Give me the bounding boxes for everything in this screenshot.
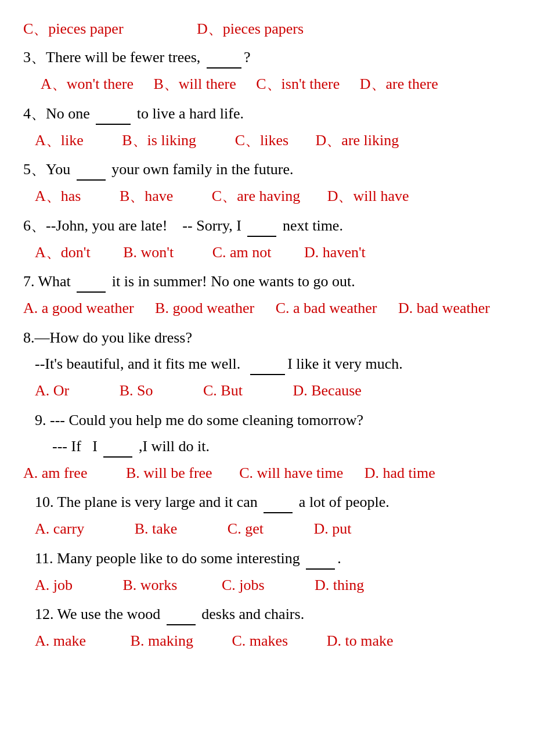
q12-option-b: B. making — [131, 632, 193, 649]
question-7-options: A. a good weather B. good weather C. a b… — [23, 296, 511, 321]
q9-option-d: D. had time — [365, 465, 435, 481]
q12-option-d: D. to make — [327, 632, 394, 649]
question-11-text: 11. Many people like to do some interest… — [23, 547, 511, 570]
question-12-block: 12. We use the wood desks and chairs. A.… — [23, 603, 511, 653]
q6-option-c: C. am not — [212, 244, 272, 261]
q6-option-d: D. haven't — [304, 244, 366, 261]
question-3-block: 3、There will be fewer trees, ? A、won't t… — [23, 46, 511, 96]
q3-option-b: B、will there — [153, 75, 236, 92]
q10-option-b: B. take — [135, 520, 178, 537]
question-12-options: A. make B. making C. makes D. to make — [23, 629, 511, 653]
q4-option-b: B、is liking — [122, 132, 196, 149]
q4-option-d: D、are liking — [316, 132, 399, 149]
option-d: D、pieces papers — [197, 20, 304, 37]
q5-option-a: A、has — [35, 188, 81, 204]
q8-option-c: C. But — [203, 382, 243, 399]
question-9-text2: --- If I ,I will do it. — [23, 435, 511, 458]
question-worksheet: C、pieces paper D、pieces papers 3、There w… — [23, 17, 511, 653]
question-9-options: A. am free B. will be free C. will have … — [23, 461, 511, 485]
q7-option-d: D. bad weather — [398, 300, 490, 316]
question-4-text: 4、No one to live a hard life. — [23, 102, 511, 125]
q7-option-a: A. a good weather — [23, 300, 134, 316]
q11-option-b: B. works — [123, 577, 178, 593]
q3-option-a: A、won't there — [41, 75, 134, 92]
question-5-block: 5、You your own family in the future. A、h… — [23, 158, 511, 208]
question-9-block: 9. --- Could you help me do some cleanin… — [23, 409, 511, 485]
q4-option-a: A、like — [35, 132, 84, 149]
question-3-text: 3、There will be fewer trees, ? — [23, 46, 511, 69]
q10-option-a: A. carry — [35, 520, 84, 537]
question-6-text: 6、--John, you are late! -- Sorry, I next… — [23, 214, 511, 237]
q7-option-c: C. a bad weather — [276, 300, 377, 316]
q12-option-a: A. make — [35, 632, 86, 649]
question-11-options: A. job B. works C. jobs D. thing — [23, 573, 511, 597]
question-4-block: 4、No one to live a hard life. A、like B、i… — [23, 102, 511, 153]
question-7-block: 7. What it is in summer! No one wants to… — [23, 270, 511, 321]
q8-option-a: A. Or — [35, 382, 69, 399]
question-8-options: A. Or B. So C. But D. Because — [23, 379, 511, 403]
q10-option-c: C. get — [228, 520, 264, 537]
question-8-block: 8.—How do you like dress? --It's beautif… — [23, 326, 511, 403]
question-9-text1: 9. --- Could you help me do some cleanin… — [23, 409, 511, 431]
top-options-line: C、pieces paper D、pieces papers — [23, 17, 511, 40]
question-7-text: 7. What it is in summer! No one wants to… — [23, 270, 511, 293]
q11-option-d: D. thing — [315, 577, 364, 593]
q3-option-d: D、are there — [360, 75, 438, 92]
question-11-block: 11. Many people like to do some interest… — [23, 547, 511, 597]
q12-option-c: C. makes — [232, 632, 288, 649]
q11-option-c: C. jobs — [222, 577, 265, 593]
q9-option-c: C. will have time — [239, 465, 343, 481]
q5-option-c: C、are having — [212, 188, 300, 204]
question-10-options: A. carry B. take C. get D. put — [23, 517, 511, 541]
question-4-options: A、like B、is liking C、likes D、are liking — [23, 128, 511, 153]
q5-option-d: D、will have — [327, 188, 409, 204]
top-options-block: C、pieces paper D、pieces papers — [23, 17, 511, 40]
question-10-text: 10. The plane is very large and it can a… — [23, 491, 511, 513]
q9-option-b: B. will be free — [126, 465, 212, 481]
q6-option-a: A、don't — [35, 244, 91, 261]
q6-option-b: B. won't — [123, 244, 174, 261]
question-8-text1: 8.—How do you like dress? — [23, 326, 511, 349]
q8-option-b: B. So — [120, 382, 153, 399]
option-c: C、pieces paper — [23, 20, 124, 37]
question-5-text: 5、You your own family in the future. — [23, 158, 511, 181]
question-10-block: 10. The plane is very large and it can a… — [23, 491, 511, 541]
q7-option-b: B. good weather — [155, 300, 254, 316]
question-6-options: A、don't B. won't C. am not D. haven't — [23, 240, 511, 265]
q10-option-d: D. put — [313, 520, 351, 537]
question-6-block: 6、--John, you are late! -- Sorry, I next… — [23, 214, 511, 265]
question-3-options: A、won't there B、will there C、isn't there… — [23, 72, 511, 96]
question-12-text: 12. We use the wood desks and chairs. — [23, 603, 511, 625]
q3-option-c: C、isn't there — [256, 75, 340, 92]
q11-option-a: A. job — [35, 577, 73, 593]
q4-option-c: C、likes — [235, 132, 288, 149]
q9-option-a: A. am free — [23, 465, 87, 481]
question-5-options: A、has B、have C、are having D、will have — [23, 184, 511, 208]
q5-option-b: B、have — [120, 188, 173, 204]
q8-option-d: D. Because — [293, 382, 361, 399]
question-8-text2: --It's beautiful, and it fits me well. I… — [23, 352, 511, 375]
